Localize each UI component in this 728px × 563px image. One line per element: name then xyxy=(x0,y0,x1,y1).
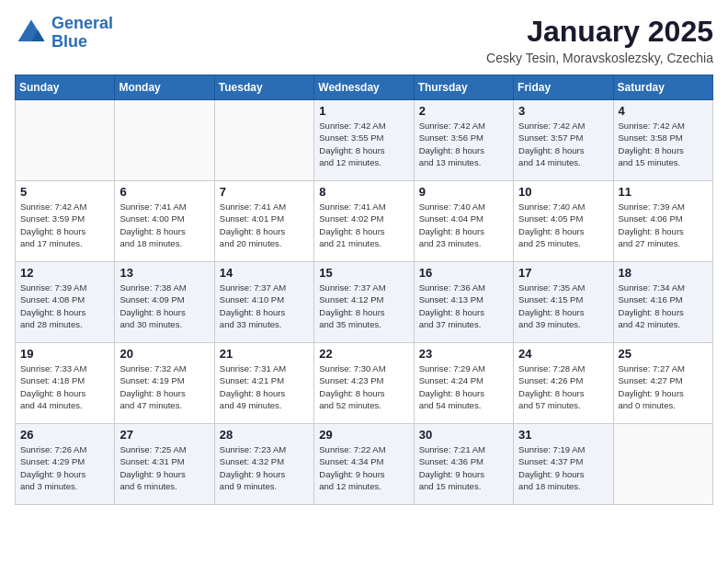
table-row: 10Sunrise: 7:40 AM Sunset: 4:05 PM Dayli… xyxy=(514,181,613,262)
day-info: Sunrise: 7:40 AM Sunset: 4:04 PM Dayligh… xyxy=(419,201,508,249)
location: Cesky Tesin, Moravskoslezsky, Czechia xyxy=(486,51,713,65)
table-row: 8Sunrise: 7:41 AM Sunset: 4:02 PM Daylig… xyxy=(314,181,414,262)
table-row: 27Sunrise: 7:25 AM Sunset: 4:31 PM Dayli… xyxy=(115,424,214,505)
table-row xyxy=(16,100,115,181)
day-info: Sunrise: 7:37 AM Sunset: 4:12 PM Dayligh… xyxy=(319,282,408,330)
day-info: Sunrise: 7:36 AM Sunset: 4:13 PM Dayligh… xyxy=(419,282,508,330)
calendar-week-row: 19Sunrise: 7:33 AM Sunset: 4:18 PM Dayli… xyxy=(16,343,713,424)
day-number: 6 xyxy=(119,185,209,199)
col-sunday: Sunday xyxy=(16,75,115,100)
table-row: 2Sunrise: 7:42 AM Sunset: 3:56 PM Daylig… xyxy=(414,100,513,181)
table-row: 28Sunrise: 7:23 AM Sunset: 4:32 PM Dayli… xyxy=(214,424,313,505)
table-row xyxy=(613,424,712,505)
table-row: 9Sunrise: 7:40 AM Sunset: 4:04 PM Daylig… xyxy=(414,181,513,262)
day-info: Sunrise: 7:26 AM Sunset: 4:29 PM Dayligh… xyxy=(20,443,109,492)
day-number: 28 xyxy=(220,428,309,442)
day-number: 29 xyxy=(319,428,408,442)
table-row: 4Sunrise: 7:42 AM Sunset: 3:58 PM Daylig… xyxy=(613,100,712,181)
day-info: Sunrise: 7:42 AM Sunset: 3:59 PM Dayligh… xyxy=(20,201,109,249)
day-number: 15 xyxy=(319,266,408,280)
day-number: 11 xyxy=(619,185,708,199)
day-info: Sunrise: 7:21 AM Sunset: 4:36 PM Dayligh… xyxy=(419,443,508,492)
day-info: Sunrise: 7:37 AM Sunset: 4:10 PM Dayligh… xyxy=(220,282,309,330)
title-block: January 2025 Cesky Tesin, Moravskoslezsk… xyxy=(486,15,713,65)
day-number: 5 xyxy=(20,185,109,199)
col-wednesday: Wednesday xyxy=(314,75,414,100)
day-info: Sunrise: 7:40 AM Sunset: 4:05 PM Dayligh… xyxy=(518,201,608,249)
table-row: 5Sunrise: 7:42 AM Sunset: 3:59 PM Daylig… xyxy=(16,181,115,262)
day-info: Sunrise: 7:29 AM Sunset: 4:24 PM Dayligh… xyxy=(419,362,508,411)
table-row xyxy=(214,100,313,181)
day-info: Sunrise: 7:23 AM Sunset: 4:32 PM Dayligh… xyxy=(220,443,309,492)
col-thursday: Thursday xyxy=(414,75,513,100)
day-info: Sunrise: 7:30 AM Sunset: 4:23 PM Dayligh… xyxy=(319,362,408,411)
day-info: Sunrise: 7:34 AM Sunset: 4:16 PM Dayligh… xyxy=(619,282,708,330)
day-info: Sunrise: 7:31 AM Sunset: 4:21 PM Dayligh… xyxy=(220,362,309,411)
col-tuesday: Tuesday xyxy=(214,75,313,100)
day-info: Sunrise: 7:42 AM Sunset: 3:57 PM Dayligh… xyxy=(518,120,608,168)
calendar-week-row: 26Sunrise: 7:26 AM Sunset: 4:29 PM Dayli… xyxy=(16,424,713,505)
table-row: 3Sunrise: 7:42 AM Sunset: 3:57 PM Daylig… xyxy=(514,100,613,181)
day-number: 4 xyxy=(619,104,708,118)
day-number: 25 xyxy=(619,347,708,361)
col-monday: Monday xyxy=(115,75,214,100)
calendar-week-row: 1Sunrise: 7:42 AM Sunset: 3:55 PM Daylig… xyxy=(16,100,713,181)
day-info: Sunrise: 7:41 AM Sunset: 4:02 PM Dayligh… xyxy=(319,201,408,249)
month-title: January 2025 xyxy=(486,15,713,49)
day-number: 2 xyxy=(419,104,508,118)
table-row: 13Sunrise: 7:38 AM Sunset: 4:09 PM Dayli… xyxy=(115,262,214,343)
table-row: 31Sunrise: 7:19 AM Sunset: 4:37 PM Dayli… xyxy=(514,424,613,505)
day-info: Sunrise: 7:33 AM Sunset: 4:18 PM Dayligh… xyxy=(20,362,109,411)
day-info: Sunrise: 7:42 AM Sunset: 3:55 PM Dayligh… xyxy=(319,120,408,168)
table-row: 29Sunrise: 7:22 AM Sunset: 4:34 PM Dayli… xyxy=(314,424,414,505)
day-info: Sunrise: 7:22 AM Sunset: 4:34 PM Dayligh… xyxy=(319,443,408,492)
day-number: 7 xyxy=(220,185,309,199)
col-friday: Friday xyxy=(514,75,613,100)
col-saturday: Saturday xyxy=(613,75,712,100)
table-row: 21Sunrise: 7:31 AM Sunset: 4:21 PM Dayli… xyxy=(214,343,313,424)
day-number: 18 xyxy=(619,266,708,280)
table-row xyxy=(115,100,214,181)
day-info: Sunrise: 7:41 AM Sunset: 4:00 PM Dayligh… xyxy=(119,201,209,249)
table-row: 12Sunrise: 7:39 AM Sunset: 4:08 PM Dayli… xyxy=(16,262,115,343)
day-number: 14 xyxy=(220,266,309,280)
day-info: Sunrise: 7:42 AM Sunset: 3:58 PM Dayligh… xyxy=(619,120,708,168)
table-row: 24Sunrise: 7:28 AM Sunset: 4:26 PM Dayli… xyxy=(514,343,613,424)
table-row: 6Sunrise: 7:41 AM Sunset: 4:00 PM Daylig… xyxy=(115,181,214,262)
calendar: Sunday Monday Tuesday Wednesday Thursday… xyxy=(15,75,713,505)
day-number: 16 xyxy=(419,266,508,280)
table-row: 15Sunrise: 7:37 AM Sunset: 4:12 PM Dayli… xyxy=(314,262,414,343)
day-info: Sunrise: 7:41 AM Sunset: 4:01 PM Dayligh… xyxy=(220,201,309,249)
day-number: 22 xyxy=(319,347,408,361)
logo-text: General Blue xyxy=(51,15,113,52)
page-header: General Blue January 2025 Cesky Tesin, M… xyxy=(15,15,713,65)
table-row: 22Sunrise: 7:30 AM Sunset: 4:23 PM Dayli… xyxy=(314,343,414,424)
day-number: 27 xyxy=(119,428,209,442)
day-number: 19 xyxy=(20,347,109,361)
day-number: 12 xyxy=(20,266,109,280)
table-row: 30Sunrise: 7:21 AM Sunset: 4:36 PM Dayli… xyxy=(414,424,513,505)
day-number: 9 xyxy=(419,185,508,199)
logo-icon xyxy=(15,17,48,50)
day-number: 10 xyxy=(518,185,608,199)
day-number: 13 xyxy=(119,266,209,280)
day-number: 30 xyxy=(419,428,508,442)
table-row: 20Sunrise: 7:32 AM Sunset: 4:19 PM Dayli… xyxy=(115,343,214,424)
logo-line1: General xyxy=(51,14,113,32)
calendar-week-row: 12Sunrise: 7:39 AM Sunset: 4:08 PM Dayli… xyxy=(16,262,713,343)
day-number: 3 xyxy=(518,104,608,118)
day-info: Sunrise: 7:19 AM Sunset: 4:37 PM Dayligh… xyxy=(518,443,608,492)
day-info: Sunrise: 7:38 AM Sunset: 4:09 PM Dayligh… xyxy=(119,282,209,330)
day-info: Sunrise: 7:28 AM Sunset: 4:26 PM Dayligh… xyxy=(518,362,608,411)
day-number: 21 xyxy=(220,347,309,361)
day-number: 31 xyxy=(518,428,608,442)
table-row: 18Sunrise: 7:34 AM Sunset: 4:16 PM Dayli… xyxy=(613,262,712,343)
day-number: 24 xyxy=(518,347,608,361)
day-number: 1 xyxy=(319,104,408,118)
day-info: Sunrise: 7:39 AM Sunset: 4:08 PM Dayligh… xyxy=(20,282,109,330)
table-row: 1Sunrise: 7:42 AM Sunset: 3:55 PM Daylig… xyxy=(314,100,414,181)
day-number: 26 xyxy=(20,428,109,442)
logo: General Blue xyxy=(15,15,113,52)
table-row: 11Sunrise: 7:39 AM Sunset: 4:06 PM Dayli… xyxy=(613,181,712,262)
calendar-week-row: 5Sunrise: 7:42 AM Sunset: 3:59 PM Daylig… xyxy=(16,181,713,262)
